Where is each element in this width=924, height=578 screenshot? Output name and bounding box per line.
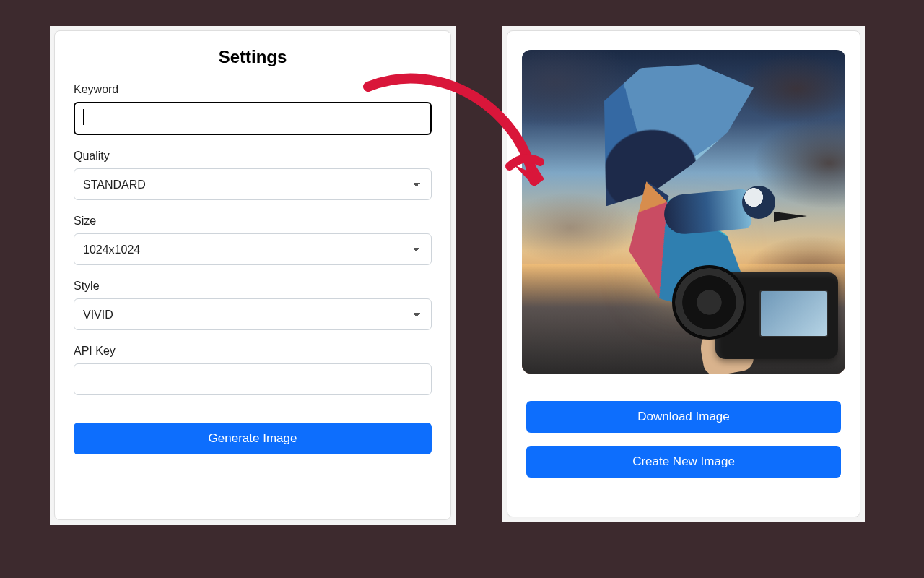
style-group: Style VIVID (74, 280, 432, 330)
result-actions: Download Image Create New Image (520, 401, 847, 478)
result-panel: Download Image Create New Image (502, 26, 865, 522)
generate-button[interactable]: Generate Image (74, 423, 432, 454)
generated-image (522, 50, 845, 374)
quality-group: Quality STANDARD (74, 150, 432, 200)
apikey-input[interactable] (74, 363, 432, 395)
bird-beak-graphic (774, 212, 807, 222)
settings-panel: Settings Keyword Quality STANDARD Size 1… (50, 26, 456, 525)
settings-card: Settings Keyword Quality STANDARD Size 1… (54, 30, 451, 520)
size-label: Size (74, 215, 432, 228)
apikey-label: API Key (74, 345, 432, 358)
keyword-label: Keyword (74, 83, 432, 96)
text-caret-icon (83, 109, 84, 125)
camera-graphic (715, 272, 838, 359)
create-new-button[interactable]: Create New Image (526, 446, 841, 478)
keyword-input[interactable] (74, 102, 432, 135)
settings-title: Settings (74, 47, 432, 67)
apikey-group: API Key (74, 345, 432, 395)
keyword-group: Keyword (74, 83, 432, 135)
quality-label: Quality (74, 150, 432, 163)
result-card: Download Image Create New Image (507, 30, 860, 517)
camera-lcd-graphic (759, 290, 828, 337)
download-button[interactable]: Download Image (526, 401, 841, 433)
bird-body-graphic (663, 189, 752, 236)
style-label: Style (74, 280, 432, 293)
bird-head-graphic (742, 186, 775, 219)
style-select[interactable]: VIVID (74, 298, 432, 330)
size-select[interactable]: 1024x1024 (74, 233, 432, 265)
size-group: Size 1024x1024 (74, 215, 432, 265)
quality-select[interactable]: STANDARD (74, 168, 432, 200)
